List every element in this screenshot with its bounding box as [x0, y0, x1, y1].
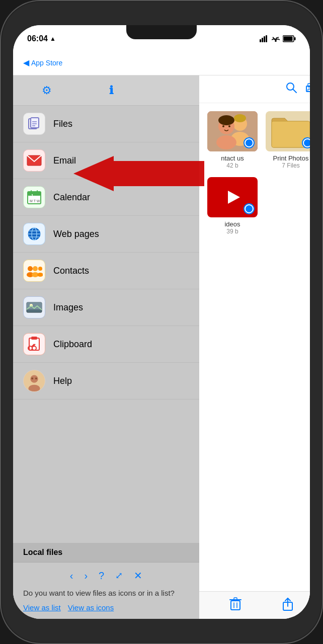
gear-button[interactable]: ⚙ — [42, 84, 52, 97]
files-label: Files — [53, 119, 72, 129]
svg-point-27 — [33, 266, 38, 271]
svg-point-29 — [38, 267, 42, 271]
forward-nav-button[interactable]: › — [84, 570, 88, 582]
wifi-icon — [271, 35, 280, 42]
contact-us-name: ntact us — [221, 154, 244, 162]
contacts-label: Contacts — [53, 266, 89, 276]
sidebar-item-files[interactable]: Files — [13, 106, 199, 142]
videos-check[interactable] — [244, 203, 255, 214]
battery-icon — [283, 35, 296, 42]
sidebar: ⚙ ℹ — [13, 75, 199, 619]
sidebar-item-contacts[interactable]: Contacts — [13, 253, 199, 289]
sidebar-toolbar: ⚙ ℹ — [13, 75, 199, 106]
svg-rect-62 — [231, 601, 240, 610]
files-icon — [23, 113, 45, 135]
contact-us-meta: 42 b — [226, 162, 238, 169]
svg-point-4 — [275, 40, 277, 42]
status-icons — [260, 35, 296, 42]
videos-meta: 39 b — [226, 228, 238, 235]
web-pages-icon — [23, 223, 45, 245]
svg-point-55 — [218, 115, 234, 125]
svg-text:1: 1 — [31, 193, 34, 198]
svg-rect-1 — [262, 38, 263, 42]
file-item-videos[interactable]: ideos 39 b — [207, 177, 258, 235]
svg-line-45 — [293, 89, 296, 93]
email-icon — [23, 149, 45, 172]
calendar-icon: 1 M T W — [23, 186, 45, 208]
sidebar-item-clipboard[interactable]: Clipboard — [13, 326, 199, 363]
sidebar-menu: Files Email — [13, 106, 199, 543]
trash-button[interactable] — [229, 597, 241, 614]
calendar-label: Calendar — [53, 192, 90, 203]
help-icon — [23, 370, 45, 392]
file-item-contact-us[interactable]: ntact us 42 b — [207, 111, 258, 169]
expand-nav-button[interactable]: ⤢ — [115, 570, 123, 581]
svg-point-56 — [234, 114, 246, 122]
close-nav-button[interactable]: ✕ — [134, 570, 142, 582]
bottom-description: Do you want to view files as icons or in… — [23, 588, 189, 598]
print-photos-thumb — [266, 111, 310, 151]
clipboard-icon — [23, 333, 45, 355]
print-photos-check[interactable] — [302, 137, 310, 148]
local-files-section: Local files — [13, 543, 199, 562]
svg-rect-6 — [284, 37, 293, 41]
images-icon — [23, 296, 45, 318]
question-nav-button[interactable]: ? — [99, 570, 104, 582]
contact-us-thumb — [207, 111, 258, 151]
svg-point-58 — [228, 125, 230, 127]
phone-frame: 06:04 ▲ — [0, 0, 323, 644]
phone-screen: 06:04 ▲ — [13, 25, 310, 619]
bottom-links: View as list View as icons — [23, 603, 189, 612]
main-content: ntact us 42 b — [199, 75, 310, 619]
svg-point-54 — [216, 135, 236, 149]
svg-point-42 — [31, 377, 33, 379]
videos-thumb — [207, 177, 258, 217]
print-photos-count: 7 Files — [282, 162, 299, 169]
back-nav-button[interactable]: ‹ — [70, 570, 73, 582]
file-item-print-photos[interactable]: Print Photos 7 Files — [266, 111, 310, 169]
sidebar-item-images[interactable]: Images — [13, 289, 199, 326]
back-arrow-icon: ◀ — [23, 58, 29, 67]
back-button[interactable]: ◀ App Store — [23, 58, 62, 67]
view-as-icons-link[interactable]: View as icons — [68, 603, 114, 612]
sidebar-item-email[interactable]: Email — [13, 142, 199, 179]
print-photos-name: Print Photos — [273, 154, 309, 162]
svg-point-43 — [35, 377, 37, 379]
search-icon[interactable] — [286, 82, 297, 96]
sidebar-item-calendar[interactable]: 1 M T W Calendar — [13, 179, 199, 216]
svg-point-41 — [29, 385, 40, 392]
view-as-list-link[interactable]: View as list — [23, 603, 61, 612]
svg-rect-0 — [260, 39, 261, 42]
svg-rect-15 — [28, 192, 41, 196]
signal-icon — [260, 35, 269, 42]
notch — [126, 25, 197, 39]
svg-rect-48 — [308, 89, 310, 92]
status-bar: 06:04 ▲ — [13, 25, 310, 50]
sidebar-item-web-pages[interactable]: Web pages — [13, 216, 199, 253]
sidebar-item-help[interactable]: Help — [13, 363, 199, 399]
email-label: Email — [53, 155, 76, 166]
videos-name: ideos — [224, 220, 240, 228]
images-label: Images — [53, 302, 83, 313]
web-pages-label: Web pages — [53, 229, 99, 239]
nav-bar: ◀ App Store — [13, 50, 310, 75]
info-button[interactable]: ℹ — [109, 84, 113, 97]
contacts-icon — [23, 260, 45, 282]
clipboard-label: Clipboard — [53, 339, 92, 350]
sidebar-bottom-nav: ‹ › ? ⤢ ✕ — [23, 570, 189, 582]
main-bottom-bar — [199, 591, 310, 619]
contact-us-check[interactable] — [244, 137, 255, 148]
main-toolbar — [199, 75, 310, 103]
print-icon[interactable] — [305, 82, 310, 96]
file-grid: ntact us 42 b — [199, 103, 310, 243]
share-button[interactable] — [282, 597, 294, 613]
svg-rect-9 — [31, 118, 39, 128]
back-label: App Store — [31, 59, 62, 67]
svg-text:M T W: M T W — [30, 199, 40, 203]
sidebar-bottom: ‹ › ? ⤢ ✕ Do you want to view files as i… — [13, 562, 199, 619]
svg-rect-3 — [266, 35, 267, 42]
svg-rect-64 — [234, 598, 237, 600]
status-time: 06:04 ▲ — [27, 34, 56, 43]
help-label: Help — [53, 376, 72, 386]
time-label: 06:04 — [27, 34, 48, 43]
